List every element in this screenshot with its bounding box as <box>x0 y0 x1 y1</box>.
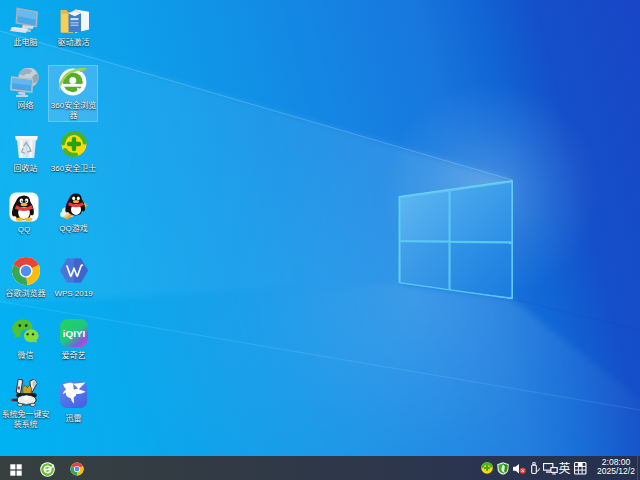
svg-text:iQIYI: iQIYI <box>62 328 85 339</box>
